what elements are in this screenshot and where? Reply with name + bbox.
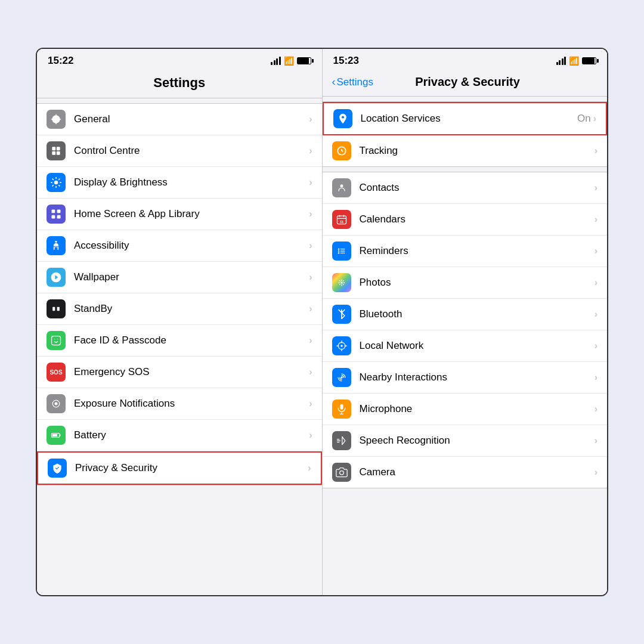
settings-item-standby[interactable]: StandBy › [37,293,322,325]
settings-item-photos[interactable]: Photos › [323,267,608,299]
svg-rect-11 [52,307,55,311]
svg-rect-4 [57,151,60,155]
settings-item-emergency-sos[interactable]: SOS Emergency SOS › [37,357,322,388]
camera-label: Camera [360,466,595,478]
local-network-label: Local Network [360,340,595,352]
battery-chevron: › [309,430,312,441]
settings-item-battery[interactable]: Battery › [37,420,322,451]
settings-item-face-id[interactable]: Face ID & Passcode › [37,325,322,357]
svg-rect-13 [52,336,61,345]
exposure-icon [47,394,66,413]
privacy-label: Privacy & Security [75,462,308,474]
contacts-icon [332,178,351,197]
home-screen-label: Home Screen & App Library [74,208,309,220]
nearby-label: Nearby Interactions [360,371,595,383]
face-id-icon [47,331,66,350]
settings-item-local-network[interactable]: Local Network › [323,330,608,362]
back-button[interactable]: ‹ Settings [332,76,373,88]
reminders-icon [332,242,351,261]
battery-status-icon [297,57,311,64]
speech-icon [332,431,351,450]
svg-point-18 [340,184,343,187]
location-icon [333,109,352,128]
svg-rect-2 [57,147,60,150]
svg-point-5 [54,181,58,185]
svg-point-26 [340,281,342,283]
left-time: 15:22 [48,55,73,67]
left-status-icons: 📶 [271,56,311,66]
svg-rect-20 [339,215,340,217]
settings-item-calendars[interactable]: 31 Calendars › [323,204,608,236]
settings-item-privacy[interactable]: Privacy & Security › [37,451,322,485]
right-wifi-icon: 📶 [569,56,579,66]
location-label: Location Services [361,113,577,125]
settings-item-reminders[interactable]: Reminders › [323,236,608,267]
emergency-sos-label: Emergency SOS [74,366,309,378]
svg-point-10 [55,241,57,243]
settings-item-location[interactable]: Location Services On › [323,102,608,135]
control-centre-label: Control Centre [74,145,309,157]
left-page-title: Settings [47,75,312,91]
speech-chevron: › [595,435,597,446]
privacy-group-2: Contacts › 31 Calendars › Reminders [323,172,608,488]
settings-item-display[interactable]: Display & Brightness › [37,167,322,199]
svg-rect-21 [343,215,344,217]
emergency-sos-chevron: › [309,367,312,377]
settings-item-speech[interactable]: Speech Recognition › [323,425,608,457]
bluetooth-chevron: › [595,309,597,320]
photos-chevron: › [595,277,597,288]
settings-item-wallpaper[interactable]: Wallpaper › [37,262,322,293]
battery-label: Battery [74,429,309,441]
home-screen-chevron: › [309,209,312,219]
nearby-icon [332,368,351,387]
svg-rect-8 [52,215,55,219]
svg-rect-3 [52,151,55,155]
svg-rect-1 [52,147,55,150]
settings-item-control-centre[interactable]: Control Centre › [37,135,322,167]
svg-rect-17 [52,434,57,436]
face-id-label: Face ID & Passcode [74,335,309,346]
left-status-bar: 15:22 📶 [37,49,322,70]
settings-item-accessibility[interactable]: Accessibility › [37,230,322,262]
right-status-icons: 📶 [556,56,597,66]
accessibility-chevron: › [309,240,312,251]
bluetooth-label: Bluetooth [360,308,595,320]
svg-rect-6 [52,210,55,213]
calendars-label: Calendars [360,213,595,225]
right-page-title: Privacy & Security [415,75,520,89]
settings-item-home-screen[interactable]: Home Screen & App Library › [37,199,322,230]
settings-item-contacts[interactable]: Contacts › [323,172,608,204]
settings-item-camera[interactable]: Camera › [323,457,608,488]
left-panel: 15:22 📶 Settings [37,49,323,595]
photos-icon [332,273,351,292]
face-id-chevron: › [309,335,312,346]
tracking-chevron: › [595,145,597,156]
exposure-chevron: › [309,398,312,409]
signal-icon [271,57,281,65]
left-settings-group: General › Control Centre › Display [37,103,322,485]
tracking-icon [332,141,351,160]
phone-container: 15:22 📶 Settings [36,48,608,596]
left-settings-list[interactable]: General › Control Centre › Display [37,98,322,595]
settings-item-tracking[interactable]: Tracking › [323,135,608,166]
standby-chevron: › [309,304,312,314]
accessibility-icon [47,236,66,255]
general-icon [47,110,66,129]
settings-item-microphone[interactable]: Microphone › [323,394,608,425]
left-nav-header: Settings [37,70,322,98]
svg-point-27 [340,345,342,346]
svg-rect-12 [57,307,60,311]
settings-item-exposure[interactable]: Exposure Notifications › [37,388,322,420]
general-chevron: › [309,114,312,125]
general-label: General [74,113,309,125]
back-label: Settings [337,76,373,88]
wallpaper-label: Wallpaper [74,271,309,283]
settings-item-general[interactable]: General › [37,104,322,135]
settings-item-bluetooth[interactable]: Bluetooth › [323,299,608,330]
right-settings-list[interactable]: Location Services On › Tracking › [323,97,608,595]
local-network-chevron: › [595,340,597,351]
battery-icon [47,426,66,445]
settings-item-nearby[interactable]: Nearby Interactions › [323,362,608,394]
svg-rect-7 [57,210,61,213]
reminders-label: Reminders [360,245,595,257]
